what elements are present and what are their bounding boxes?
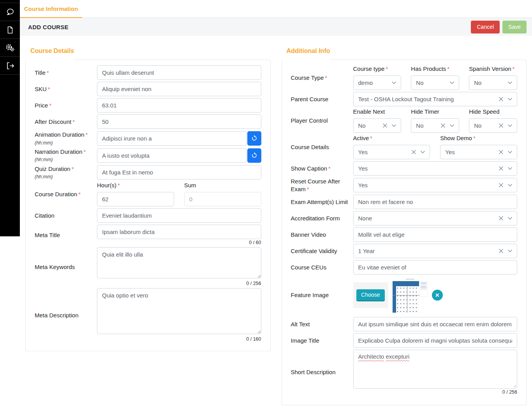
hide-timer-select[interactable]: No <box>411 118 459 133</box>
field-row-short-description: Short Description Architecto excepturi 0… <box>291 350 518 395</box>
sidebar-item-logout[interactable] <box>0 57 20 75</box>
clear-icon[interactable] <box>499 183 504 188</box>
sku-input[interactable] <box>97 82 261 96</box>
cancel-button[interactable]: Cancel <box>471 21 500 33</box>
exam-attempts-limit-input[interactable] <box>353 195 518 209</box>
narration-duration-label: Narration Duration <box>35 148 83 155</box>
parent-course-select[interactable]: Test - OSHA Lockout Tagout Training <box>353 92 518 106</box>
additional-info-panel: Additional Info Course Type* Course type… <box>282 48 527 405</box>
clear-icon[interactable] <box>440 123 446 128</box>
chat-icon <box>5 7 15 17</box>
sidebar-item-settings[interactable] <box>0 39 20 57</box>
certificate-validity-value: 1 Year <box>358 248 497 254</box>
meta-title-input[interactable] <box>97 225 261 239</box>
show-demo-select[interactable]: Yes <box>440 145 517 159</box>
meta-keywords-textarea[interactable]: Quia elit illo ulla <box>97 247 261 278</box>
has-products-label: Has Products <box>411 65 446 72</box>
choose-file-button[interactable]: Choose <box>356 289 384 301</box>
reset-course-after-exam-label: Reset Course After Exam <box>291 178 340 192</box>
clear-icon[interactable] <box>499 97 504 102</box>
chevron-down-icon[interactable] <box>507 150 513 155</box>
settings-gears-icon <box>5 43 15 53</box>
sidebar-item-documents[interactable] <box>0 21 20 39</box>
save-button[interactable]: Save <box>502 21 527 33</box>
has-products-select[interactable]: No <box>411 76 459 90</box>
hide-speed-select[interactable]: No <box>469 118 517 133</box>
chevron-down-icon[interactable] <box>391 80 396 85</box>
show-demo-value: Yes <box>445 149 496 155</box>
additional-info-panel-body: Course Type* Course type* demo Has Produ… <box>282 60 527 405</box>
field-row-course-type-group: Course Type* Course type* demo Has Produ… <box>291 65 518 90</box>
chevron-down-icon[interactable] <box>449 80 454 85</box>
required-marker: * <box>386 65 388 72</box>
citation-input[interactable] <box>97 208 261 223</box>
show-caption-select[interactable]: Yes <box>353 161 518 176</box>
parent-course-label: Parent Course <box>291 95 353 103</box>
hours-input[interactable] <box>97 192 174 206</box>
chevron-down-icon[interactable] <box>507 166 513 171</box>
course-details-panel: Course Details Title* SKU* Price* After … <box>25 48 271 351</box>
short-description-word: Architecto <box>358 353 384 360</box>
title-label: Title <box>35 69 46 76</box>
clear-icon[interactable] <box>411 150 416 155</box>
has-products-value: No <box>416 79 447 86</box>
action-bar: ADD COURSE Cancel Save <box>20 18 532 36</box>
narration-duration-input[interactable] <box>97 148 247 163</box>
chevron-down-icon[interactable] <box>391 123 396 128</box>
image-title-input[interactable] <box>353 333 518 348</box>
chevron-down-icon[interactable] <box>507 183 513 188</box>
course-type-select[interactable]: demo <box>353 76 402 90</box>
required-marker: * <box>513 65 515 72</box>
chevron-down-icon[interactable] <box>507 248 513 253</box>
clear-icon[interactable] <box>382 123 388 128</box>
spanish-version-select[interactable]: No <box>469 76 517 90</box>
required-marker: * <box>118 182 120 188</box>
chevron-down-icon[interactable] <box>507 216 513 221</box>
remove-image-button[interactable]: ✕ <box>432 290 443 301</box>
chevron-down-icon[interactable] <box>420 150 425 155</box>
clear-icon[interactable] <box>499 123 504 128</box>
course-ceus-input[interactable] <box>353 260 518 275</box>
field-row-certificate-validity: Certificate Validity 1 Year <box>291 244 518 258</box>
thumbnail-panel <box>419 281 428 297</box>
enable-next-select[interactable]: No <box>353 118 402 133</box>
short-description-label: Short Description <box>291 368 353 376</box>
required-marker: * <box>48 86 50 92</box>
chevron-down-icon[interactable] <box>507 80 513 85</box>
banner-video-label: Banner Video <box>291 231 353 239</box>
required-marker: * <box>49 102 51 109</box>
quiz-duration-input[interactable] <box>97 165 261 179</box>
banner-video-input[interactable] <box>353 227 518 242</box>
alt-text-input[interactable] <box>353 317 518 331</box>
hours-label: Hour(s) <box>97 182 116 188</box>
tab-course-information[interactable]: Course Information <box>20 0 82 18</box>
field-row-narration-duration: Narration Duration* (hh:mm) <box>35 148 261 163</box>
narration-duration-refresh-button[interactable] <box>247 148 261 163</box>
meta-description-textarea[interactable]: Quia optio et vero <box>97 288 261 334</box>
sidebar-item-chat[interactable] <box>0 3 20 21</box>
clear-icon[interactable] <box>499 150 504 155</box>
clear-icon[interactable] <box>499 166 504 171</box>
accreditation-form-value: None <box>358 215 497 222</box>
clear-icon[interactable] <box>499 248 504 253</box>
chevron-down-icon[interactable] <box>449 123 454 128</box>
chevron-down-icon[interactable] <box>507 97 513 102</box>
price-input[interactable] <box>97 98 261 113</box>
animation-duration-input[interactable] <box>97 131 247 146</box>
animation-duration-label: Animation Duration <box>35 131 85 138</box>
after-discount-input[interactable] <box>97 114 261 129</box>
certificate-validity-select[interactable]: 1 Year <box>353 244 518 258</box>
chevron-down-icon[interactable] <box>507 123 513 128</box>
title-input[interactable] <box>97 65 261 80</box>
reset-course-after-exam-select[interactable]: Yes <box>353 178 518 192</box>
hide-timer-value: No <box>416 122 438 129</box>
animation-duration-refresh-button[interactable] <box>247 131 261 146</box>
short-description-counter: 0 / 256 <box>353 389 518 395</box>
short-description-word: excepturi <box>386 353 409 360</box>
accreditation-form-select[interactable]: None <box>353 211 518 225</box>
course-ceus-label: Course CEUs <box>291 264 353 271</box>
course-details-panel-title: Course Details <box>25 48 271 60</box>
active-select[interactable]: Yes <box>353 145 430 159</box>
clear-icon[interactable] <box>499 216 504 221</box>
short-description-textarea[interactable]: Architecto excepturi <box>353 350 518 389</box>
